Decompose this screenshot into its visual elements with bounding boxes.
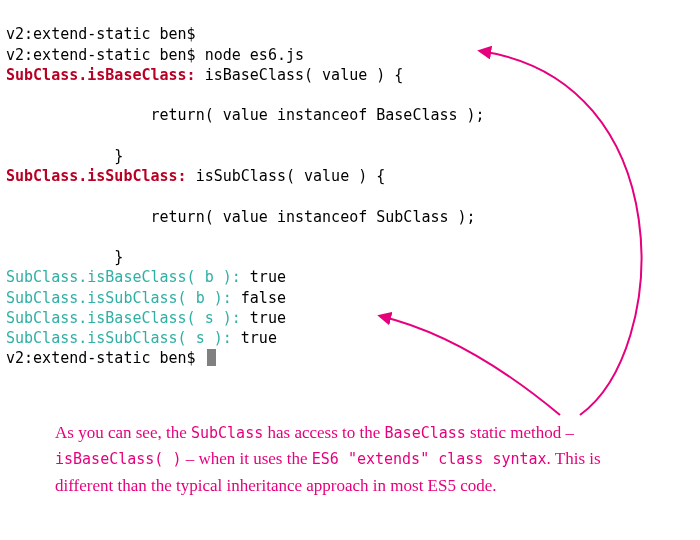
- anno-c2: BaseClass: [385, 424, 466, 442]
- result-val-2: false: [232, 289, 286, 307]
- output-key-2: SubClass.isSubClass:: [6, 167, 187, 185]
- result-call-2: SubClass.isSubClass( b ):: [6, 289, 232, 307]
- terminal-output: v2:extend-static ben$ v2:extend-static b…: [0, 0, 700, 373]
- command: node es6.js: [205, 46, 304, 64]
- anno-c3: isBaseClass( ): [55, 450, 181, 468]
- output-key-1: SubClass.isBaseClass:: [6, 66, 196, 84]
- result-call-4: SubClass.isSubClass( s ):: [6, 329, 232, 347]
- output-close-1: }: [6, 147, 123, 165]
- output-close-2: }: [6, 248, 123, 266]
- anno-t2: has access to the: [263, 423, 384, 442]
- output-body-1: isBaseClass( value ) {: [196, 66, 404, 84]
- result-val-1: true: [241, 268, 286, 286]
- result-call-1: SubClass.isBaseClass( b ):: [6, 268, 241, 286]
- result-call-3: SubClass.isBaseClass( s ):: [6, 309, 241, 327]
- anno-c4: ES6 "extends" class syntax: [312, 450, 547, 468]
- prompt-line-1: v2:extend-static ben$: [6, 25, 196, 43]
- cursor-icon: [207, 349, 216, 366]
- output-return-1: return( value instanceof BaseClass );: [6, 106, 485, 124]
- anno-t3: static method –: [466, 423, 574, 442]
- anno-c1: SubClass: [191, 424, 263, 442]
- anno-t4: – when it uses the: [181, 449, 311, 468]
- annotation-text: As you can see, the SubClass has access …: [55, 420, 625, 499]
- prompt-line-2: v2:extend-static ben$: [6, 46, 205, 64]
- prompt-final: v2:extend-static ben$: [6, 349, 205, 367]
- result-val-3: true: [241, 309, 286, 327]
- anno-t1: As you can see, the: [55, 423, 191, 442]
- result-val-4: true: [232, 329, 277, 347]
- output-return-2: return( value instanceof SubClass );: [6, 208, 476, 226]
- output-body-2: isSubClass( value ) {: [187, 167, 386, 185]
